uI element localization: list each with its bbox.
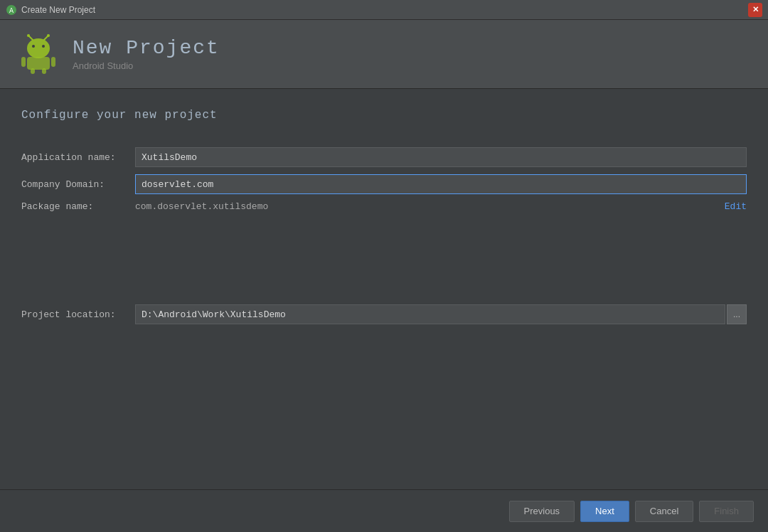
project-title: New Project [73,37,220,59]
svg-rect-12 [31,68,35,74]
svg-rect-9 [27,57,50,70]
svg-text:A: A [9,7,14,15]
header-text: New Project Android Studio [73,37,220,71]
app-name-row: Application name: [21,147,747,167]
main-content: Configure your new project Application n… [0,89,768,344]
svg-point-7 [27,34,30,37]
svg-rect-10 [21,57,26,67]
svg-point-4 [42,45,45,48]
svg-rect-11 [51,57,55,67]
app-name-label: Application name: [21,152,135,163]
package-name-value: com.doservlet.xutilsdemo [135,201,725,212]
company-domain-input[interactable] [135,174,747,194]
previous-button[interactable]: Previous [509,501,575,522]
app-name-input[interactable] [135,147,747,167]
svg-point-2 [27,38,50,58]
location-row: Project location: ... [21,304,747,324]
edit-link[interactable]: Edit [725,201,747,212]
cancel-button[interactable]: Cancel [635,501,693,522]
package-name-label: Package name: [21,201,135,212]
location-section: Project location: ... [21,304,747,324]
package-name-row: Package name: com.doservlet.xutilsdemo E… [21,201,747,212]
next-button[interactable]: Next [580,501,629,522]
app-icon: A [6,4,17,16]
svg-rect-13 [42,68,46,74]
svg-point-8 [47,34,50,37]
browse-button[interactable]: ... [727,304,747,324]
company-domain-row: Company Domain: [21,174,747,194]
footer: Previous Next Cancel Finish [0,489,768,532]
title-bar-left: A Create New Project [6,4,95,16]
section-title: Configure your new project [21,109,747,122]
form-section: Application name: Company Domain: Packag… [21,147,747,212]
android-logo [17,33,60,75]
location-label: Project location: [21,309,135,320]
header-section: New Project Android Studio [0,20,768,89]
location-input[interactable] [135,304,725,324]
app-subtitle: Android Studio [73,60,220,71]
finish-button[interactable]: Finish [699,501,754,522]
company-domain-label: Company Domain: [21,179,135,190]
svg-point-3 [32,45,35,48]
close-button[interactable]: ✕ [748,3,762,17]
title-bar: A Create New Project ✕ [0,0,768,20]
window-title: Create New Project [21,5,95,15]
